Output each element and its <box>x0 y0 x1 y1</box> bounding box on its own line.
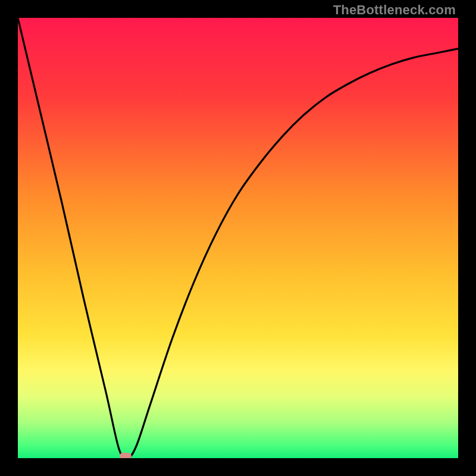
bottleneck-curve <box>18 18 458 458</box>
optimal-marker <box>120 453 131 458</box>
chart-frame: TheBottleneck.com <box>0 0 476 476</box>
watermark-text: TheBottleneck.com <box>333 2 456 18</box>
plot-area <box>18 18 458 458</box>
